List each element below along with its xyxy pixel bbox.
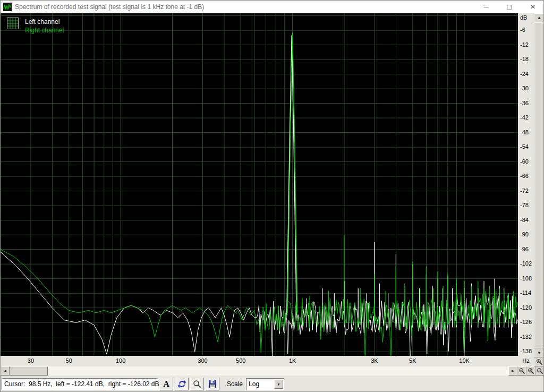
legend-right-channel-label: Right channel — [25, 26, 64, 35]
y-axis-tick-label: -96 — [520, 246, 529, 252]
x-axis-labels: 30501003005001K3K5K10KHz — [1, 356, 534, 367]
y-axis-tick-label: -120 — [520, 304, 532, 311]
zoom-out-icon — [518, 368, 525, 374]
y-axis-labels: dB-6-12-18-24-30-36-42-48-54-60-66-72-78… — [518, 13, 534, 356]
y-axis-tick-label: -24 — [520, 71, 529, 77]
x-axis-tick-label: 300 — [195, 357, 210, 364]
zoom-reset-button[interactable] — [536, 367, 544, 376]
maximize-button[interactable]: ▢ — [498, 1, 521, 13]
y-axis-unit-label: dB — [520, 14, 527, 21]
scroll-up-button[interactable]: ▲ — [534, 13, 544, 22]
scroll-down-button[interactable]: ▼ — [534, 348, 544, 357]
horizontal-scroll-track[interactable] — [48, 367, 508, 376]
title-bar: Spectrum of recorded test signal (test s… — [1, 1, 544, 13]
legend-grid-icon — [7, 18, 19, 29]
font-button-label: A — [163, 379, 169, 389]
horizontal-scrollbar[interactable]: ◄ ► — [1, 367, 544, 376]
scale-dropdown[interactable]: Log ▼ — [246, 378, 284, 390]
y-axis-tick-label: -114 — [520, 289, 531, 296]
y-axis-tick-label: -102 — [520, 260, 532, 267]
y-axis-tick-label: -66 — [520, 173, 529, 179]
scroll-left-button[interactable]: ◄ — [1, 367, 10, 376]
zoom-in-icon — [536, 359, 543, 365]
save-icon — [208, 380, 217, 388]
y-axis-tick-label: -78 — [520, 202, 529, 208]
x-axis-tick-label: 100 — [113, 357, 128, 364]
y-axis-tick-label: -42 — [520, 114, 529, 121]
x-axis-unit-label: Hz — [519, 357, 533, 364]
x-axis-tick-label: 1K — [285, 357, 300, 364]
zoom-out-x-button[interactable] — [517, 367, 526, 376]
legend-left-channel-label: Left channel — [25, 18, 64, 26]
y-axis-tick-label: -18 — [520, 56, 529, 62]
refresh-icon — [177, 380, 186, 388]
x-axis-tick-label: 500 — [233, 357, 248, 364]
dropdown-arrow-icon[interactable]: ▼ — [274, 380, 283, 389]
scroll-right-button[interactable]: ► — [508, 367, 517, 376]
magnifier-icon — [193, 380, 201, 388]
zoom-in-icon — [528, 368, 534, 374]
x-axis-tick-label: 5K — [405, 357, 420, 364]
horizontal-scroll-thumb[interactable] — [10, 367, 48, 376]
y-axis-tick-label: -138 — [520, 348, 532, 354]
y-axis-tick-label: -48 — [520, 129, 529, 135]
vertical-scroll-thumb[interactable] — [534, 22, 544, 348]
y-axis-tick-label: -6 — [520, 27, 525, 33]
magnifier-icon — [537, 368, 543, 374]
close-button[interactable]: ✕ — [521, 1, 544, 13]
cursor-readout: Cursor: 98.5 Hz, left = -122.41 dB, righ… — [2, 378, 158, 390]
y-axis-tick-label: -90 — [520, 231, 529, 237]
x-axis-tick-label: 50 — [62, 357, 76, 364]
save-button[interactable] — [206, 378, 219, 390]
y-axis-tick-label: -36 — [520, 100, 529, 106]
y-axis-tick-label: -60 — [520, 158, 529, 165]
y-axis-tick-label: -12 — [520, 41, 529, 48]
x-axis-tick-label: 10K — [457, 357, 472, 364]
y-axis-tick-label: -132 — [520, 334, 532, 340]
scale-dropdown-value: Log — [246, 380, 274, 388]
font-button[interactable]: A — [159, 378, 173, 390]
spectrum-plot[interactable]: Left channel Right channel — [1, 13, 518, 356]
app-icon — [3, 3, 12, 11]
legend: Left channel Right channel — [7, 18, 64, 35]
spectrum-canvas[interactable] — [1, 13, 518, 356]
y-axis-tick-label: -54 — [520, 143, 529, 150]
zoom-in-y-button[interactable] — [534, 357, 544, 367]
zoom-tool-button[interactable] — [190, 378, 204, 390]
y-axis-tick-label: -126 — [520, 319, 532, 325]
x-axis-tick-label: 3K — [367, 357, 382, 364]
zoom-in-x-button[interactable] — [526, 367, 536, 376]
window-title: Spectrum of recorded test signal (test s… — [15, 3, 474, 11]
minimize-button[interactable]: ─ — [474, 1, 498, 13]
app-window: Spectrum of recorded test signal (test s… — [0, 0, 544, 392]
vertical-scrollbar[interactable]: ▲ ▼ — [534, 13, 544, 367]
x-axis-tick-label: 30 — [23, 357, 38, 364]
y-axis-tick-label: -108 — [520, 275, 532, 282]
y-axis-tick-label: -72 — [520, 188, 529, 194]
y-axis-tick-label: -30 — [520, 85, 529, 91]
y-axis-tick-label: -84 — [520, 217, 529, 223]
scale-label: Scale — [227, 380, 243, 388]
status-bar: Cursor: 98.5 Hz, left = -122.41 dB, righ… — [1, 376, 544, 392]
refresh-button[interactable] — [175, 378, 189, 390]
